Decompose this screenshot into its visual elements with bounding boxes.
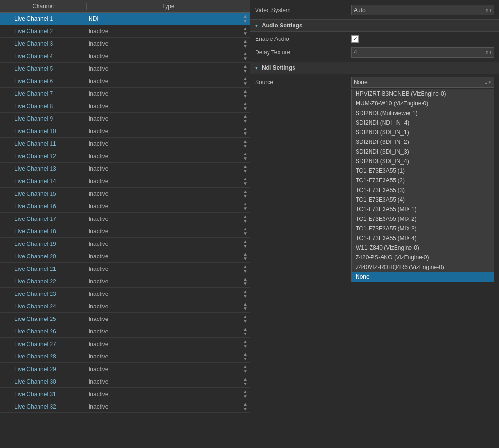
row-type-cell: Inactive ▲▼ [87,152,250,161]
table-row[interactable]: Live Channel 19 Inactive ▲▼ [0,238,250,250]
table-row[interactable]: Live Channel 31 Inactive ▲▼ [0,388,250,400]
ndi-source-option[interactable]: TC1-E73E3A55 (1) [352,166,494,176]
ndi-settings-header[interactable]: ▼ Ndi Settings [250,62,499,74]
ndi-source-option[interactable]: TC1-E73E3A55 (4) [352,195,494,205]
table-row[interactable]: Live Channel 15 Inactive ▲▼ [0,188,250,200]
row-type-text: Inactive [89,53,108,60]
ndi-source-option[interactable]: TC1-E73E3A55 (MIX 2) [352,214,494,224]
row-type-cell: Inactive ▲▼ [87,389,250,399]
row-spinner-icon: ▲▼ [243,377,248,386]
row-channel-name: Live Channel 10 [0,128,87,135]
table-row[interactable]: Live Channel 6 Inactive ▲▼ [0,75,250,88]
ndi-source-option[interactable]: TC1-E73E3A55 (MIX 3) [352,224,494,233]
ndi-source-option[interactable]: HPVIZRT-B3NONEB (VizEngine-0) [352,89,494,99]
ndi-source-current[interactable]: None ▲▼ [351,77,494,88]
row-channel-name: Live Channel 28 [0,353,87,360]
right-panel: Video System Auto ▼ Audio Settings Enabl… [250,0,499,448]
row-channel-name: Live Channel 27 [0,341,87,347]
row-type-text: Inactive [89,78,108,85]
row-channel-name: Live Channel 7 [0,90,87,97]
ndi-source-option[interactable]: TC1-E73E3A55 (MIX 4) [352,233,494,243]
table-row[interactable]: Live Channel 20 Inactive ▲▼ [0,250,250,263]
ndi-source-option[interactable]: Z440VIZ-ROHQ4R6 (VizEngine-0) [352,262,494,272]
table-row[interactable]: Live Channel 14 Inactive ▲▼ [0,175,250,188]
row-channel-name: Live Channel 23 [0,291,87,297]
table-row[interactable]: Live Channel 12 Inactive ▲▼ [0,150,250,163]
table-row[interactable]: Live Channel 9 Inactive ▲▼ [0,113,250,125]
ndi-source-option[interactable]: SDI2NDI (SDI_IN_2) [352,137,494,147]
row-channel-name: Live Channel 5 [0,65,87,72]
row-spinner-icon: ▲▼ [243,152,248,161]
channel-column-header: Channel [0,3,87,10]
row-channel-name: Live Channel 32 [0,403,87,410]
row-type-text: Inactive [89,166,108,172]
delay-texture-row: Delay Texture 4 [250,45,499,60]
table-row[interactable]: Live Channel 18 Inactive ▲▼ [0,225,250,238]
row-type-text: Inactive [89,178,108,185]
table-header: Channel Type [0,0,250,13]
audio-settings-header[interactable]: ▼ Audio Settings [250,19,499,32]
ndi-source-option[interactable]: TC1-E73E3A55 (3) [352,185,494,195]
table-row[interactable]: Live Channel 8 Inactive ▲▼ [0,100,250,113]
table-row[interactable]: Live Channel 13 Inactive ▲▼ [0,163,250,175]
audio-settings-title: Audio Settings [262,22,303,29]
ndi-source-option[interactable]: MUM-Z8-W10 (VizEngine-0) [352,99,494,108]
table-row[interactable]: Live Channel 25 Inactive ▲▼ [0,313,250,325]
main-layout: Channel Type Live Channel 1 NDI ▲▼ Live … [0,0,499,448]
ndi-source-option[interactable]: Z420-PS-AKO (VizEngine-0) [352,253,494,262]
table-row[interactable]: Live Channel 26 Inactive ▲▼ [0,325,250,338]
row-spinner-icon: ▲▼ [243,89,248,99]
ndi-source-option[interactable]: SDI2NDI (SDI_IN_3) [352,147,494,156]
row-type-cell: Inactive ▲▼ [87,302,250,311]
row-spinner-icon: ▲▼ [243,289,248,299]
row-type-cell: Inactive ▲▼ [87,89,250,99]
row-spinner-icon: ▲▼ [243,252,248,261]
table-row[interactable]: Live Channel 2 Inactive ▲▼ [0,25,250,38]
table-row[interactable]: Live Channel 22 Inactive ▲▼ [0,275,250,288]
table-row[interactable]: Live Channel 32 Inactive ▲▼ [0,400,250,413]
ndi-source-option[interactable]: TC1-E73E3A55 (2) [352,176,494,185]
ndi-source-dropdown-list[interactable]: HPVIZRT-B3NONEB (VizEngine-0)MUM-Z8-W10 … [351,89,494,282]
channel-table-body[interactable]: Live Channel 1 NDI ▲▼ Live Channel 2 Ina… [0,13,250,448]
table-row[interactable]: Live Channel 17 Inactive ▲▼ [0,213,250,225]
ndi-source-arrow-icon: ▲▼ [484,80,492,85]
row-type-cell: Inactive ▲▼ [87,339,250,349]
row-spinner-icon: ▲▼ [243,389,248,399]
ndi-source-option[interactable]: SDI2NDI (SDI_IN_1) [352,128,494,137]
table-row[interactable]: Live Channel 16 Inactive ▲▼ [0,200,250,213]
row-channel-name: Live Channel 21 [0,266,87,272]
table-row[interactable]: Live Channel 21 Inactive ▲▼ [0,263,250,275]
delay-texture-select[interactable]: 4 [351,47,494,58]
table-row[interactable]: Live Channel 11 Inactive ▲▼ [0,138,250,150]
ndi-source-option[interactable]: W11-Z840 (VizEngine-0) [352,243,494,253]
ndi-source-option[interactable]: SDI2NDI (Multiviewer 1) [352,108,494,118]
table-row[interactable]: Live Channel 1 NDI ▲▼ [0,13,250,25]
row-type-cell: Inactive ▲▼ [87,364,250,374]
table-row[interactable]: Live Channel 24 Inactive ▲▼ [0,300,250,313]
table-row[interactable]: Live Channel 27 Inactive ▲▼ [0,338,250,350]
table-row[interactable]: Live Channel 7 Inactive ▲▼ [0,88,250,100]
video-system-select[interactable]: Auto [351,5,494,15]
delay-texture-label: Delay Texture [255,49,351,56]
enable-audio-checkbox[interactable]: ✓ [351,35,359,43]
row-type-text: Inactive [89,341,108,347]
row-spinner-icon: ▲▼ [243,51,248,61]
enable-audio-control: ✓ [351,35,494,43]
table-row[interactable]: Live Channel 3 Inactive ▲▼ [0,38,250,50]
ndi-source-option[interactable]: SDI2NDI (SDI_IN_4) [352,156,494,166]
row-type-cell: Inactive ▲▼ [87,51,250,61]
table-row[interactable]: Live Channel 5 Inactive ▲▼ [0,63,250,75]
table-row[interactable]: Live Channel 29 Inactive ▲▼ [0,363,250,375]
table-row[interactable]: Live Channel 10 Inactive ▲▼ [0,125,250,138]
row-channel-name: Live Channel 19 [0,241,87,247]
table-row[interactable]: Live Channel 30 Inactive ▲▼ [0,375,250,388]
row-spinner-icon: ▲▼ [243,402,248,411]
row-channel-name: Live Channel 18 [0,228,87,235]
ndi-source-option[interactable]: SDI2NDI (NDI_IN_4) [352,118,494,128]
row-channel-name: Live Channel 29 [0,366,87,372]
table-row[interactable]: Live Channel 28 Inactive ▲▼ [0,350,250,363]
table-row[interactable]: Live Channel 4 Inactive ▲▼ [0,50,250,63]
ndi-source-option[interactable]: None [352,272,494,282]
table-row[interactable]: Live Channel 23 Inactive ▲▼ [0,288,250,300]
ndi-source-option[interactable]: TC1-E73E3A55 (MIX 1) [352,205,494,214]
